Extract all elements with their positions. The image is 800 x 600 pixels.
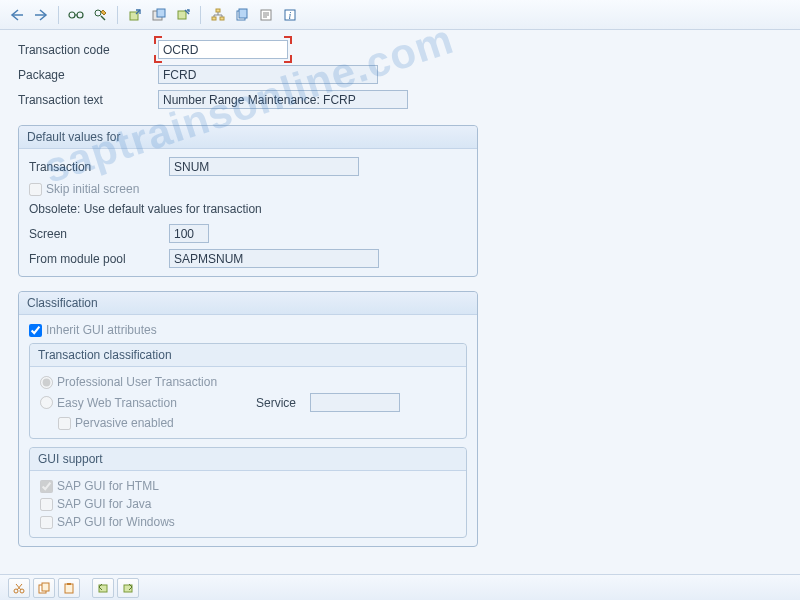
screen-label: Screen xyxy=(29,227,169,241)
transaction-text-label: Transaction text xyxy=(18,93,158,107)
document-stack-icon[interactable] xyxy=(231,4,253,26)
where-used-button[interactable] xyxy=(172,4,194,26)
svg-rect-5 xyxy=(157,9,165,17)
hierarchy-icon[interactable] xyxy=(207,4,229,26)
pervasive-checkbox xyxy=(58,417,71,430)
transaction-code-field[interactable] xyxy=(158,40,288,59)
package-label: Package xyxy=(18,68,158,82)
gui-html-label: SAP GUI for HTML xyxy=(57,479,159,493)
info-icon[interactable]: i xyxy=(279,4,301,26)
enhance-button[interactable] xyxy=(148,4,170,26)
transaction-label: Transaction xyxy=(29,160,169,174)
paste-button[interactable] xyxy=(58,578,80,598)
skip-initial-checkbox xyxy=(29,183,42,196)
toolbar-separator xyxy=(58,6,59,24)
bottom-toolbar xyxy=(0,574,800,600)
inherit-gui-checkbox[interactable] xyxy=(29,324,42,337)
svg-rect-19 xyxy=(65,584,73,593)
pervasive-label: Pervasive enabled xyxy=(75,416,174,430)
svg-text:i: i xyxy=(289,10,292,21)
svg-point-2 xyxy=(95,10,101,16)
transaction-field[interactable] xyxy=(169,157,359,176)
svg-rect-8 xyxy=(212,17,216,20)
undo-button[interactable] xyxy=(92,578,114,598)
svg-rect-9 xyxy=(220,17,224,20)
package-field[interactable] xyxy=(158,65,378,84)
other-object-button[interactable] xyxy=(124,4,146,26)
documentation-icon[interactable] xyxy=(255,4,277,26)
gui-java-label: SAP GUI for Java xyxy=(57,497,151,511)
main-toolbar: i xyxy=(0,0,800,30)
gui-html-checkbox xyxy=(40,480,53,493)
gui-support-title: GUI support xyxy=(30,448,466,471)
transaction-classification-group: Transaction classification Professional … xyxy=(29,343,467,439)
skip-initial-label: Skip initial screen xyxy=(46,182,139,196)
svg-rect-6 xyxy=(178,11,186,19)
svg-point-1 xyxy=(77,12,83,18)
nav-back-button[interactable] xyxy=(6,4,28,26)
toolbar-separator xyxy=(117,6,118,24)
cut-button[interactable] xyxy=(8,578,30,598)
svg-point-0 xyxy=(69,12,75,18)
svg-rect-11 xyxy=(239,9,247,18)
display-change-button[interactable] xyxy=(89,4,111,26)
transaction-classification-title: Transaction classification xyxy=(30,344,466,367)
service-label: Service xyxy=(256,396,306,410)
svg-rect-7 xyxy=(216,9,220,12)
copy-button[interactable] xyxy=(33,578,55,598)
svg-rect-18 xyxy=(42,583,49,591)
easy-web-radio xyxy=(40,396,53,409)
from-module-pool-field[interactable] xyxy=(169,249,379,268)
svg-rect-20 xyxy=(67,583,71,585)
screen-field[interactable] xyxy=(169,224,209,243)
default-values-group: Default values for Transaction Skip init… xyxy=(18,125,478,277)
glasses-icon[interactable] xyxy=(65,4,87,26)
gui-support-group: GUI support SAP GUI for HTML SAP GUI for… xyxy=(29,447,467,538)
service-field xyxy=(310,393,400,412)
from-module-pool-label: From module pool xyxy=(29,252,169,266)
inherit-gui-label: Inherit GUI attributes xyxy=(46,323,157,337)
redo-button[interactable] xyxy=(117,578,139,598)
classification-title: Classification xyxy=(19,292,477,315)
classification-group: Classification Inherit GUI attributes Tr… xyxy=(18,291,478,547)
gui-windows-label: SAP GUI for Windows xyxy=(57,515,175,529)
professional-radio xyxy=(40,376,53,389)
obsolete-text: Obsolete: Use default values for transac… xyxy=(29,202,467,216)
transaction-code-label: Transaction code xyxy=(18,43,158,57)
toolbar-separator xyxy=(200,6,201,24)
transaction-text-field[interactable] xyxy=(158,90,408,109)
default-values-title: Default values for xyxy=(19,126,477,149)
content-area: Transaction code Package Transaction tex… xyxy=(0,30,800,547)
easy-web-label: Easy Web Transaction xyxy=(57,396,252,410)
nav-forward-button[interactable] xyxy=(30,4,52,26)
professional-label: Professional User Transaction xyxy=(57,375,217,389)
gui-windows-checkbox xyxy=(40,516,53,529)
gui-java-checkbox xyxy=(40,498,53,511)
